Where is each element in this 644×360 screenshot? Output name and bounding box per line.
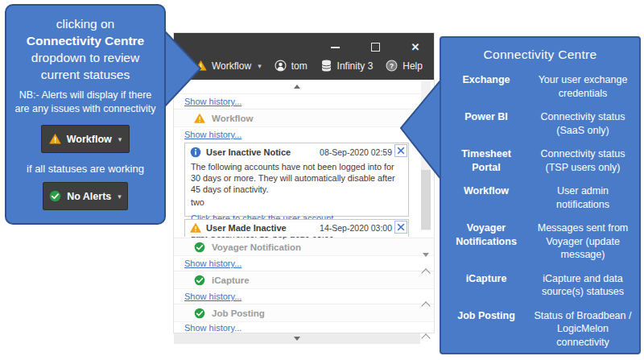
close-icon xyxy=(397,223,405,231)
section-workflow[interactable]: Workflow xyxy=(174,109,434,127)
heading-line1: clicking on xyxy=(56,17,114,31)
heading-bold: Connectivity Centre xyxy=(27,34,144,48)
toolbar-workflow-dropdown[interactable]: Workflow ▾ xyxy=(195,60,262,72)
warning-icon xyxy=(194,113,205,124)
show-history-row-4: Show history... xyxy=(174,289,434,304)
card-title: User Inactive Notice xyxy=(206,147,315,157)
chevron-down-icon: ▾ xyxy=(118,135,122,143)
toolbar: Workflow ▾ tom xyxy=(174,54,434,72)
scroll-down-row[interactable] xyxy=(174,333,420,344)
scroll-down-icon xyxy=(294,337,300,341)
window-header: ✕ Workflow ▾ tom xyxy=(174,33,434,80)
section-job-posting[interactable]: Job Posting xyxy=(174,304,434,322)
show-history-row-5: Show history... xyxy=(174,322,434,333)
callout-statuses-text: if all statuses are working xyxy=(6,163,164,175)
section-icapture[interactable]: iCapture xyxy=(174,271,434,289)
success-icon xyxy=(194,242,205,253)
show-history-link[interactable]: Show history... xyxy=(184,259,242,268)
close-button[interactable]: ✕ xyxy=(410,43,421,52)
toolbar-help-label: Help xyxy=(402,60,423,72)
glossary-desc: Connectivity status (SaaS only) xyxy=(533,110,633,137)
card-timestamp: 14-Sep-2020 03:00 xyxy=(320,223,392,233)
callout-heading: clicking on Connectivity Centre dropdown… xyxy=(6,15,164,83)
success-icon xyxy=(194,308,205,319)
chevron-down-icon: ▾ xyxy=(118,192,122,201)
card-body-text: The following accounts have not been log… xyxy=(185,159,408,195)
toolbar-user[interactable]: tom xyxy=(275,60,308,72)
collapse-voyager-button[interactable] xyxy=(423,270,429,276)
card-header: User Inactive Notice 08-Sep-2020 02:59 xyxy=(185,143,408,159)
toolbar-database[interactable]: Infinity 3 xyxy=(320,60,374,72)
toolbar-workflow-label: Workflow xyxy=(212,60,251,72)
toolbar-help[interactable]: ? Help xyxy=(386,60,423,72)
section-job-posting-label: Job Posting xyxy=(212,308,265,318)
scroll-up-icon xyxy=(294,85,300,89)
collapse-job-posting-button[interactable] xyxy=(423,335,429,341)
callout-note: NB:- Alerts will display if there are an… xyxy=(14,89,157,116)
glossary-term: iCapture xyxy=(446,272,526,286)
glossary-desc: Status of Broadbean / LogicMelon connect… xyxy=(533,309,633,350)
triangle-down-icon xyxy=(423,253,429,257)
dismiss-notification-button[interactable] xyxy=(394,221,407,234)
collapse-icapture-button[interactable] xyxy=(423,303,429,309)
show-history-link[interactable]: Show history... xyxy=(184,323,242,333)
glossary-desc: Messages sent from Voyager (update messa… xyxy=(533,221,633,262)
chevron-up-icon xyxy=(421,268,430,277)
show-history-row-2: Show history... xyxy=(174,127,434,142)
right-panel-title: Connectivity Centre xyxy=(441,48,639,62)
right-panel: Connectivity Centre Exchange Your user e… xyxy=(440,36,641,354)
minimize-button[interactable] xyxy=(329,43,341,52)
scrollbar-down-arrow[interactable] xyxy=(423,253,429,257)
help-icon: ? xyxy=(386,60,398,72)
show-history-row-3: Show history... xyxy=(174,256,434,271)
glossary-desc: iCapture and data source(s) statuses xyxy=(533,272,633,299)
left-callout-arrow xyxy=(163,27,204,110)
right-panel-glossary: Exchange Your user exchange credentials … xyxy=(446,73,633,349)
glossary-desc: Connectivity status (TSP users only) xyxy=(533,147,633,174)
svg-text:?: ? xyxy=(390,63,394,70)
glossary-desc: User admin notifications xyxy=(533,184,633,211)
application-window: ✕ Workflow ▾ tom xyxy=(173,32,435,333)
maximize-button[interactable] xyxy=(369,43,381,52)
card-timestamp: 08-Sep-2020 02:59 xyxy=(320,147,392,157)
heading-line3: dropdown to review xyxy=(31,51,139,64)
scroll-up-row[interactable] xyxy=(174,80,420,94)
toolbar-database-label: Infinity 3 xyxy=(337,60,374,72)
workflow-button-label: Workflow xyxy=(67,134,112,145)
info-icon xyxy=(190,147,201,158)
chevron-up-icon xyxy=(421,301,430,310)
section-workflow-label: Workflow xyxy=(212,114,254,123)
glossary-term: Workflow xyxy=(446,184,526,198)
chevron-up-icon xyxy=(421,333,430,342)
warning-icon xyxy=(49,133,61,145)
show-history-row-1: Show history... xyxy=(174,94,434,109)
right-panel-arrow xyxy=(398,78,441,181)
glossary-term: Exchange xyxy=(446,73,526,87)
maximize-icon xyxy=(371,43,380,52)
glossary-term: Power BI xyxy=(446,110,526,124)
titlebar: ✕ xyxy=(174,33,434,54)
notification-card-user-inactive: User Inactive Notice 08-Sep-2020 02:59 T… xyxy=(184,143,409,217)
warning-icon xyxy=(190,222,201,234)
notification-panel: Show history... Workflow Show history... xyxy=(174,80,434,333)
close-icon: ✕ xyxy=(411,43,420,52)
workflow-dropdown-button[interactable]: Workflow ▾ xyxy=(41,125,130,153)
user-icon xyxy=(275,60,287,72)
card-header: User Made Inactive 14-Sep-2020 03:00 xyxy=(185,220,408,235)
database-icon xyxy=(320,60,332,72)
glossary-desc: Your user exchange credentials xyxy=(533,73,633,100)
chevron-down-icon: ▾ xyxy=(258,62,262,70)
section-voyager-label: Voyager Notification xyxy=(212,242,301,252)
no-alerts-dropdown-button[interactable]: No Alerts ▾ xyxy=(43,182,128,210)
glossary-term: Voyager Notifications xyxy=(446,221,526,248)
success-icon xyxy=(49,190,61,202)
notification-card-user-made-inactive: User Made Inactive 14-Sep-2020 03:00 xyxy=(184,219,409,237)
glossary-term: Timesheet Portal xyxy=(446,147,526,174)
heading-line4: current statuses xyxy=(41,68,130,81)
toolbar-user-label: tom xyxy=(291,60,308,72)
show-history-link[interactable]: Show history... xyxy=(184,130,242,139)
card-body-text-2: two xyxy=(185,195,408,208)
show-history-link[interactable]: Show history... xyxy=(184,292,242,301)
section-icapture-label: iCapture xyxy=(212,275,250,285)
minimize-icon xyxy=(331,47,340,48)
